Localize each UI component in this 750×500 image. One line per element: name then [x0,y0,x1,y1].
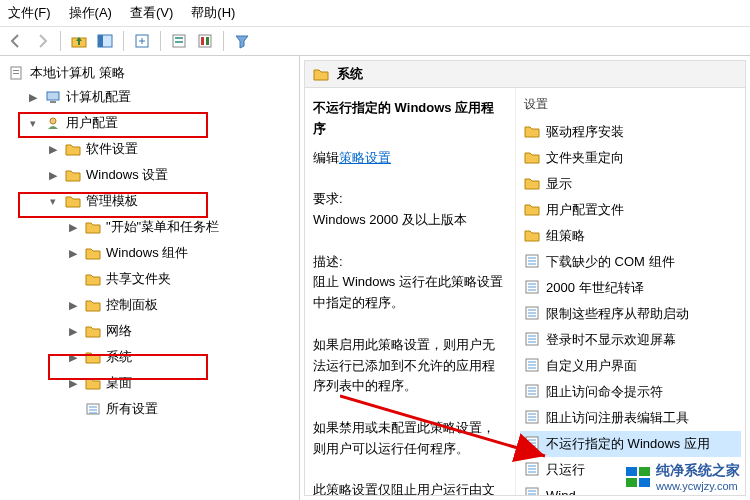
policy-description: 不运行指定的 Windows 应用程序 编辑策略设置 要求: Windows 2… [305,88,515,495]
setting-item[interactable]: 阻止访问命令提示符 [520,379,741,405]
tree-label: 桌面 [106,374,132,392]
folder-icon [65,168,81,182]
folder-icon [524,202,540,219]
policy-item-icon [524,436,540,453]
setting-item-label: 登录时不显示欢迎屏幕 [546,331,676,349]
chevron-right-icon[interactable]: ▶ [66,325,80,338]
show-pane-icon[interactable] [95,31,115,51]
folder-icon [85,298,101,312]
back-icon[interactable] [6,31,26,51]
tree-label: Windows 设置 [86,166,168,184]
folder-icon [85,324,101,338]
policy-item-icon [524,487,540,495]
content-pane: 系统 不运行指定的 Windows 应用程序 编辑策略设置 要求: Window… [300,56,750,500]
tree-user-config[interactable]: ▾ 用户配置 [24,110,295,136]
setting-item[interactable]: 不运行指定的 Windows 应用 [520,431,741,457]
tree-shared-folders[interactable]: 共享文件夹 [64,266,295,292]
svg-rect-9 [206,37,209,45]
setting-item[interactable]: 用户配置文件 [520,197,741,223]
policy-item-icon [524,462,540,479]
chevron-right-icon[interactable]: ▶ [66,351,80,364]
menu-view[interactable]: 查看(V) [130,4,173,22]
menubar: 文件(F) 操作(A) 查看(V) 帮助(H) [0,0,750,27]
column-header-setting[interactable]: 设置 [520,94,741,119]
tree-software-settings[interactable]: ▶ 软件设置 [44,136,295,162]
setting-item[interactable]: 驱动程序安装 [520,119,741,145]
watermark-url: www.ycwjzy.com [656,480,740,492]
content-header: 系统 [304,60,746,88]
setting-item-label: 用户配置文件 [546,201,624,219]
tree-start-taskbar[interactable]: ▶ "开始"菜单和任务栏 [64,214,295,240]
policy-item-icon [524,254,540,271]
tree-admin-templates[interactable]: ▾ 管理模板 [44,188,295,214]
up-folder-icon[interactable] [69,31,89,51]
tree-network[interactable]: ▶ 网络 [64,318,295,344]
tree-label: 管理模板 [86,192,138,210]
tree-root[interactable]: 本地计算机 策略 [4,62,295,84]
content-header-label: 系统 [337,65,363,83]
chevron-right-icon[interactable]: ▶ [46,143,60,156]
chevron-right-icon[interactable]: ▶ [66,247,80,260]
chevron-right-icon[interactable]: ▶ [46,169,60,182]
chevron-right-icon[interactable]: ▶ [66,221,80,234]
chevron-right-icon[interactable]: ▶ [66,377,80,390]
desc-p2: 如果禁用或未配置此策略设置，则用户可以运行任何程序。 [313,418,507,460]
tree-label: 系统 [106,348,132,366]
setting-item[interactable]: 显示 [520,171,741,197]
folder-icon [65,194,81,208]
tree-label: Windows 组件 [106,244,188,262]
desc-label: 描述: [313,252,507,273]
properties-icon[interactable] [169,31,189,51]
filter-icon[interactable] [232,31,252,51]
svg-rect-8 [201,37,204,45]
policy-item-icon [524,280,540,297]
help-icon[interactable] [195,31,215,51]
tree-label: 所有设置 [106,400,158,418]
tree-all-settings[interactable]: 所有设置 [64,396,295,422]
policy-item-icon [524,384,540,401]
export-icon[interactable] [132,31,152,51]
setting-item-label: 阻止访问命令提示符 [546,383,663,401]
policy-icon [8,65,24,81]
svg-rect-2 [98,35,103,47]
setting-item[interactable]: 限制这些程序从帮助启动 [520,301,741,327]
edit-policy-link[interactable]: 策略设置 [339,150,391,165]
user-icon [45,115,61,131]
tree-windows-settings[interactable]: ▶ Windows 设置 [44,162,295,188]
settings-list: 设置 驱动程序安装文件夹重定向显示用户配置文件组策略下载缺少的 COM 组件20… [515,88,745,495]
setting-item[interactable]: 组策略 [520,223,741,249]
folder-icon [524,150,540,167]
tree-system[interactable]: ▶ 系统 [64,344,295,370]
req-label: 要求: [313,189,507,210]
setting-item[interactable]: 自定义用户界面 [520,353,741,379]
chevron-down-icon[interactable]: ▾ [26,117,40,130]
menu-action[interactable]: 操作(A) [69,4,112,22]
setting-item-label: 阻止访问注册表编辑工具 [546,409,689,427]
tree-computer-config[interactable]: ▶ 计算机配置 [24,84,295,110]
svg-rect-12 [13,73,19,74]
edit-prefix: 编辑 [313,150,339,165]
setting-item[interactable]: 文件夹重定向 [520,145,741,171]
tree-desktop[interactable]: ▶ 桌面 [64,370,295,396]
setting-item[interactable]: 2000 年世纪转译 [520,275,741,301]
tree-windows-components[interactable]: ▶ Windows 组件 [64,240,295,266]
policy-item-icon [524,410,540,427]
setting-item[interactable]: 阻止访问注册表编辑工具 [520,405,741,431]
chevron-down-icon[interactable]: ▾ [46,195,60,208]
menu-help[interactable]: 帮助(H) [191,4,235,22]
tree-control-panel[interactable]: ▶ 控制面板 [64,292,295,318]
folder-icon [524,124,540,141]
chevron-right-icon[interactable]: ▶ [26,91,40,104]
tree-label: 网络 [106,322,132,340]
menu-file[interactable]: 文件(F) [8,4,51,22]
forward-icon[interactable] [32,31,52,51]
policy-item-icon [524,358,540,375]
setting-item[interactable]: 登录时不显示欢迎屏幕 [520,327,741,353]
setting-item-label: 限制这些程序从帮助启动 [546,305,689,323]
svg-rect-6 [175,41,183,43]
setting-item[interactable]: 下载缺少的 COM 组件 [520,249,741,275]
setting-item-label: 文件夹重定向 [546,149,624,167]
svg-rect-7 [199,35,211,47]
chevron-right-icon[interactable]: ▶ [66,299,80,312]
setting-item-label: 组策略 [546,227,585,245]
